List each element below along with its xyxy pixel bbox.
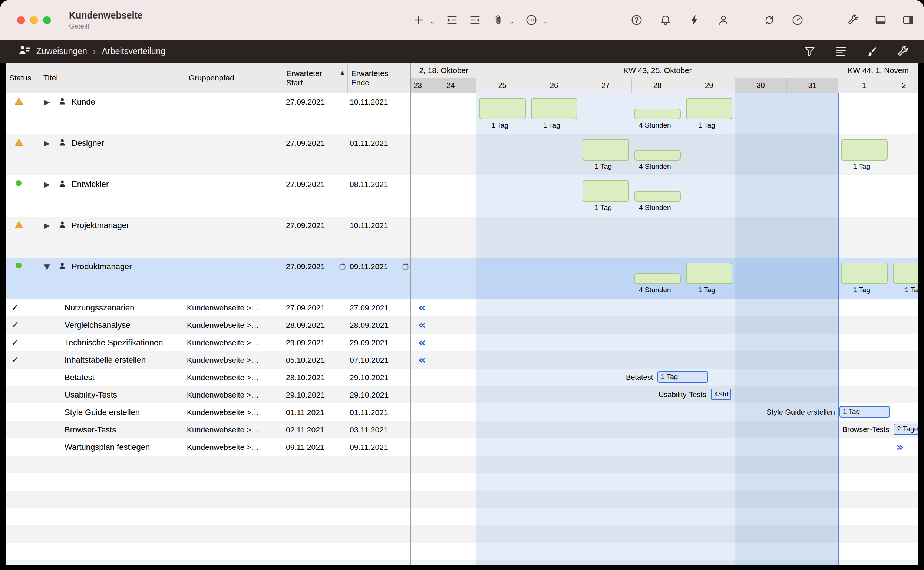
task-bar[interactable]: 4Std <box>711 389 731 400</box>
calendar-icon <box>338 262 346 270</box>
breadcrumb-bar: Zuweisungen › Arbeitsverteilung <box>0 40 924 63</box>
workload-bar[interactable] <box>583 180 629 202</box>
day-header-cell: 24 <box>425 78 476 93</box>
calendar-icon <box>402 262 409 270</box>
chevron-down-icon[interactable] <box>429 20 435 26</box>
disclosure-triangle[interactable]: ▼ <box>44 262 50 271</box>
resource-row[interactable]: ▼Produktmanager27.09.202109.11.20214 Stu… <box>6 258 918 299</box>
row-end-date: 01.11.2021 <box>350 138 388 149</box>
ellipsis-circle-icon[interactable] <box>525 14 538 26</box>
column-header-label: Status <box>9 73 32 82</box>
tools-icon[interactable] <box>847 14 860 26</box>
column-header-expected-end[interactable]: Erwartetes Ende <box>348 63 411 93</box>
task-row[interactable]: Wartungsplan festlegenKundenwebseite >…0… <box>6 438 918 456</box>
resource-row[interactable]: ▶Entwickler27.09.202108.11.20211 Tag4 St… <box>6 175 918 217</box>
filter-icon[interactable] <box>803 45 817 58</box>
workload-bar[interactable] <box>686 262 732 284</box>
assignment-view: Status Titel Gruppenpfad Erwarteter Star… <box>6 63 918 565</box>
row-start-date: 29.10.2021 <box>286 389 325 400</box>
task-row[interactable]: Usability-TestsKundenwebseite >…29.10.20… <box>6 386 918 403</box>
person-solid-icon <box>58 220 67 229</box>
column-header-title[interactable]: Titel <box>40 63 185 93</box>
task-bar[interactable]: 2 Tage <box>893 423 918 435</box>
overflow-left-indicator[interactable]: « <box>418 317 426 333</box>
day-label: 29 <box>705 81 713 90</box>
column-header-group-path[interactable]: Gruppenpfad <box>185 63 283 93</box>
workload-bar[interactable] <box>841 262 887 284</box>
column-header-label: Gruppenpfad <box>189 73 234 82</box>
row-end-date: 08.11.2021 <box>350 179 388 190</box>
resource-row[interactable]: ▶Projektmanager27.09.202110.11.2021 <box>6 217 918 258</box>
task-bar[interactable]: 1 Tag <box>840 406 890 418</box>
bell-icon[interactable] <box>659 14 672 26</box>
empty-row <box>6 456 918 473</box>
workload-bar[interactable] <box>635 109 681 120</box>
gauge-icon[interactable] <box>791 14 804 26</box>
panel-right-icon[interactable] <box>902 14 914 26</box>
table-timeline-splitter[interactable] <box>410 63 411 565</box>
task-row[interactable]: BetatestKundenwebseite >…28.10.202129.10… <box>6 369 918 386</box>
disclosure-triangle[interactable]: ▶ <box>44 97 50 107</box>
help-circle-icon[interactable] <box>630 14 643 26</box>
task-row[interactable]: Browser-TestsKundenwebseite >…02.11.2021… <box>6 421 918 438</box>
workload-bar[interactable] <box>635 150 681 161</box>
disclosure-triangle[interactable]: ▶ <box>44 138 50 148</box>
fullscreen-button[interactable] <box>43 16 51 24</box>
task-row[interactable]: ✓VergleichsanalyseKundenwebseite >…28.09… <box>6 316 918 334</box>
empty-row <box>6 508 918 526</box>
indent-icon[interactable] <box>446 14 458 26</box>
workload-bar[interactable] <box>583 139 629 161</box>
brush-icon[interactable] <box>866 45 879 58</box>
toolbar-group-info <box>630 0 730 40</box>
breadcrumb-root[interactable]: Zuweisungen <box>36 46 87 57</box>
workload-bar[interactable] <box>531 98 577 120</box>
workload-bar[interactable] <box>893 262 918 284</box>
person-icon[interactable] <box>717 14 730 26</box>
workload-bar[interactable] <box>479 98 525 120</box>
row-title: Wartungsplan festlegen <box>64 441 150 453</box>
row-start-date: 27.09.2021 <box>286 138 325 149</box>
task-row[interactable]: ✓Technische SpezifikationenKundenwebseit… <box>6 334 918 351</box>
row-start-date: 27.09.2021 <box>286 97 325 107</box>
plus-icon[interactable] <box>412 14 425 26</box>
sync-icon[interactable] <box>763 14 776 26</box>
disclosure-triangle[interactable]: ▶ <box>44 221 50 230</box>
day-header-cell: 26 <box>528 78 580 93</box>
workload-bar[interactable] <box>841 139 887 161</box>
task-row[interactable]: ✓NutzungsszenarienKundenwebseite >…27.09… <box>6 299 918 316</box>
task-row[interactable]: Style Guide erstellenKundenwebseite >…01… <box>6 403 918 421</box>
bolt-icon[interactable] <box>688 14 701 26</box>
disclosure-triangle[interactable]: ▶ <box>44 179 50 189</box>
task-row[interactable]: ✓Inhaltstabelle erstellenKundenwebseite … <box>6 351 918 369</box>
column-header-status[interactable]: Status <box>6 63 40 93</box>
overflow-left-indicator[interactable]: « <box>418 299 426 316</box>
align-lines-icon[interactable] <box>834 45 848 58</box>
row-title: Betatest <box>64 372 95 383</box>
overflow-left-indicator[interactable]: « <box>418 352 426 368</box>
panel-bottom-icon[interactable] <box>874 14 887 26</box>
workload-bar[interactable] <box>635 191 681 202</box>
person-solid-icon <box>58 97 67 106</box>
column-header-expected-start[interactable]: Erwarteter Start ▲ <box>283 63 348 93</box>
outdent-icon[interactable] <box>469 14 481 26</box>
minimize-button[interactable] <box>30 16 38 24</box>
task-bar[interactable]: 1 Tag <box>658 371 708 383</box>
workload-bar[interactable] <box>686 98 732 120</box>
day-label: 28 <box>653 81 661 90</box>
completed-check-icon: ✓ <box>11 336 19 348</box>
wrench-icon[interactable] <box>896 45 910 58</box>
resource-row[interactable]: ▶Kunde27.09.202110.11.20211 Tag1 Tag4 St… <box>6 93 918 134</box>
chevron-down-icon[interactable] <box>542 20 548 26</box>
chevron-down-icon[interactable] <box>509 20 515 26</box>
day-label: 31 <box>808 81 817 90</box>
row-start-date: 28.09.2021 <box>286 319 325 331</box>
breadcrumb-current[interactable]: Arbeitsverteilung <box>102 46 165 57</box>
row-end-date: 07.10.2021 <box>350 354 389 366</box>
overflow-left-indicator[interactable]: « <box>418 334 426 351</box>
workload-bar[interactable] <box>635 273 681 284</box>
resource-row[interactable]: ▶Designer27.09.202101.11.20211 Tag4 Stun… <box>6 134 918 175</box>
close-button[interactable] <box>17 16 25 24</box>
day-label: 25 <box>498 81 506 90</box>
overflow-right-indicator[interactable]: » <box>896 439 904 455</box>
paperclip-icon[interactable] <box>492 14 504 26</box>
